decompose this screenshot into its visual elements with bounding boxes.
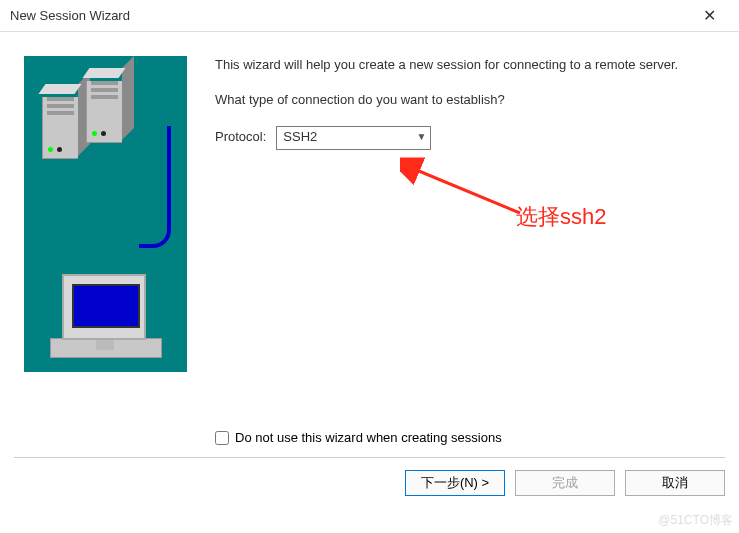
wizard-intro-text: This wizard will help you create a new s… xyxy=(215,56,715,75)
watermark-text: @51CTO博客 xyxy=(658,512,733,529)
monitor-stand-icon xyxy=(96,340,114,350)
screen-icon xyxy=(72,284,140,328)
monitor-icon xyxy=(62,274,146,340)
skip-wizard-checkbox[interactable] xyxy=(215,431,229,445)
skip-wizard-label: Do not use this wizard when creating ses… xyxy=(235,430,502,445)
close-button[interactable]: ✕ xyxy=(689,4,729,28)
wizard-body: This wizard will help you create a new s… xyxy=(215,56,715,372)
wizard-image xyxy=(24,56,187,372)
protocol-label: Protocol: xyxy=(215,128,266,147)
content-area: This wizard will help you create a new s… xyxy=(0,32,739,372)
server-icon xyxy=(42,84,78,156)
close-icon: ✕ xyxy=(703,6,716,25)
cable-icon xyxy=(139,126,171,248)
protocol-row: Protocol: SSH2 ▼ xyxy=(215,126,715,150)
next-button[interactable]: 下一步(N) > xyxy=(405,470,505,496)
protocol-value: SSH2 xyxy=(283,128,317,147)
skip-wizard-row: Do not use this wizard when creating ses… xyxy=(215,430,739,445)
wizard-question-text: What type of connection do you want to e… xyxy=(215,91,715,110)
chevron-down-icon: ▼ xyxy=(416,130,426,145)
finish-button[interactable]: 完成 xyxy=(515,470,615,496)
protocol-select[interactable]: SSH2 ▼ xyxy=(276,126,431,150)
server-icon xyxy=(86,68,122,140)
window-title: New Session Wizard xyxy=(10,8,130,23)
button-bar: 下一步(N) > 完成 取消 xyxy=(0,458,739,496)
cancel-button[interactable]: 取消 xyxy=(625,470,725,496)
titlebar: New Session Wizard ✕ xyxy=(0,0,739,32)
